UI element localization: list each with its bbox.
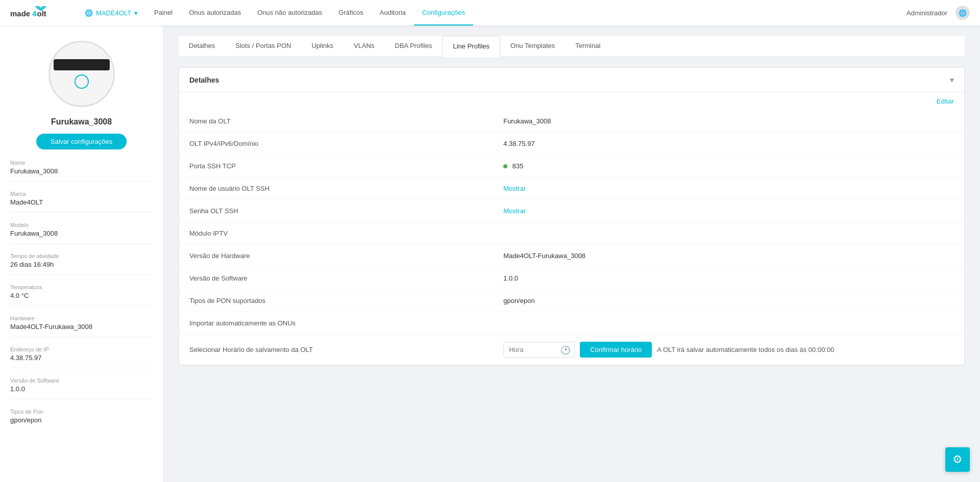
field-label-marca: Marca: [10, 191, 153, 197]
sidebar-field-temperatura: Temperatura 4.0 °C: [10, 284, 153, 306]
sidebar-field-endereco-ip: Endereço de IP 4.38.75.97: [10, 346, 153, 368]
row-value-versao-software: 1.0.0: [493, 267, 964, 290]
hora-input[interactable]: [503, 342, 575, 358]
mostrar-usuario-link[interactable]: Mostrar: [503, 185, 526, 192]
sidebar-field-marca: Marca Made4OLT: [10, 191, 153, 213]
field-value-modelo: Furukawa_3008: [10, 230, 153, 237]
table-row: Tipos de PON suportados gpon/epon: [179, 290, 964, 312]
nav-right: Administrador 🌐: [906, 6, 970, 20]
brand-label: MADE4OLT: [96, 9, 131, 17]
sidebar-fields: Nome Furukawa_3008 Marca Made4OLT Modelo…: [0, 160, 163, 439]
nav-auditoria[interactable]: Auditoria: [372, 0, 414, 26]
details-card: Detalhes ▾ Editar Nome da OLT Furukawa_3…: [179, 67, 965, 365]
status-dot-green: [503, 164, 507, 168]
tab-slots-portas-pon[interactable]: Slots / Portas PON: [225, 36, 301, 57]
field-label-temperatura: Temperatura: [10, 284, 153, 290]
nav-onus-nao-autorizadas[interactable]: Onus não autorizadas: [249, 0, 330, 26]
row-label-importar-onus: Importar automaticamente as ONUs: [179, 312, 493, 335]
table-row: Versão de Software 1.0.0: [179, 267, 964, 290]
details-table: Nome da OLT Furukawa_3008 OLT IPv4/IPv6/…: [179, 110, 964, 365]
row-value-versao-hardware: Made4OLT-Furukawa_3008: [493, 245, 964, 267]
row-label-porta-ssh: Porta SSH TCP: [179, 155, 493, 177]
logo: made 4 olt: [10, 4, 61, 22]
admin-label: Administrador: [906, 9, 947, 17]
time-input-wrap: 🕐 Confirmar horário A OLT irá salvar aut…: [503, 342, 954, 358]
auto-save-info: A OLT irá salvar automaticamente todos o…: [657, 346, 834, 353]
sidebar-field-tipos-pon: Tipos de Pon gpon/epon: [10, 409, 153, 430]
tab-onu-templates[interactable]: Onu Templates: [500, 36, 565, 57]
field-value-tempo-atividade: 26 dias 16:49h: [10, 261, 153, 268]
field-value-endereco-ip: 4.38.75.97: [10, 354, 153, 362]
navbar: made 4 olt 🌐 MADE4OLT ▾ Painel Onus auto…: [0, 0, 980, 26]
tab-line-profiles[interactable]: Line Profiles: [442, 36, 500, 57]
table-row: Módulo IPTV: [179, 222, 964, 245]
row-value-importar-onus: [493, 312, 964, 335]
row-label-tipos-pon: Tipos de PON suportados: [179, 290, 493, 312]
field-label-endereco-ip: Endereço de IP: [10, 346, 153, 352]
device-illustration-bar: [54, 59, 110, 70]
svg-text:4: 4: [32, 9, 37, 18]
settings-fab[interactable]: ⚙: [945, 447, 970, 472]
tab-vlans[interactable]: VLANs: [344, 36, 384, 57]
table-row: Selecionar Horário de salvamento da OLT …: [179, 335, 964, 365]
row-label-horario-salvamento: Selecionar Horário de salvamento da OLT: [179, 335, 493, 365]
avatar-wrap: [0, 26, 163, 112]
sidebar-field-modelo: Modelo Furukawa_3008: [10, 222, 153, 244]
row-value-horario-salvamento: 🕐 Confirmar horário A OLT irá salvar aut…: [493, 335, 964, 365]
table-row: Importar automaticamente as ONUs: [179, 312, 964, 335]
nav-onus-autorizadas[interactable]: Onus autorizadas: [181, 0, 249, 26]
table-row: Porta SSH TCP 835: [179, 155, 964, 177]
tab-detalhes[interactable]: Detalhes: [179, 36, 225, 57]
row-label-senha-ssh: Senha OLT SSH: [179, 200, 493, 222]
row-label-nome-olt: Nome da OLT: [179, 110, 493, 133]
tab-uplinks[interactable]: Uplinks: [301, 36, 344, 57]
language-button[interactable]: 🌐: [955, 6, 970, 20]
nav-painel[interactable]: Painel: [146, 0, 181, 26]
avatar: [48, 41, 115, 107]
details-header[interactable]: Detalhes ▾: [179, 68, 964, 92]
nav-configuracoes[interactable]: Configurações: [414, 0, 473, 26]
brand-chevron: ▾: [134, 9, 138, 17]
row-value-modulo-iptv: [493, 222, 964, 245]
chevron-down-icon: ▾: [950, 75, 954, 85]
save-config-button[interactable]: Salvar configurações: [36, 134, 127, 149]
brand-selector[interactable]: 🌐 MADE4OLT ▾: [77, 9, 146, 17]
edit-link[interactable]: Editar: [179, 92, 964, 110]
table-row: Nome de usuário OLT SSH Mostrar: [179, 177, 964, 200]
device-illustration-dot: [75, 74, 89, 89]
sidebar-field-versao-software: Versão de Software 1.0.0: [10, 377, 153, 399]
time-input-box: 🕐: [503, 342, 575, 358]
row-label-usuario-ssh: Nome de usuário OLT SSH: [179, 177, 493, 200]
svg-text:made: made: [10, 9, 30, 18]
sidebar-field-nome: Nome Furukawa_3008: [10, 160, 153, 182]
nav-links: Painel Onus autorizadas Onus não autoriz…: [146, 0, 906, 26]
row-label-versao-hardware: Versão de Hardware: [179, 245, 493, 267]
field-value-tipos-pon: gpon/epon: [10, 416, 153, 424]
mostrar-senha-link[interactable]: Mostrar: [503, 207, 526, 215]
tab-dba-profiles[interactable]: DBA Profiles: [385, 36, 443, 57]
field-label-modelo: Modelo: [10, 222, 153, 228]
field-label-nome: Nome: [10, 160, 153, 166]
table-row: Nome da OLT Furukawa_3008: [179, 110, 964, 133]
globe-icon: 🌐: [85, 9, 93, 17]
table-row: Senha OLT SSH Mostrar: [179, 200, 964, 222]
table-row: Versão de Hardware Made4OLT-Furukawa_300…: [179, 245, 964, 267]
tab-terminal[interactable]: Terminal: [565, 36, 610, 57]
field-value-marca: Made4OLT: [10, 198, 153, 206]
table-row: OLT IPv4/IPv6/Domínio 4.38.75.97: [179, 133, 964, 155]
row-label-olt-ip: OLT IPv4/IPv6/Domínio: [179, 133, 493, 155]
sidebar-field-tempo-atividade: Tempo de atividade 26 dias 16:49h: [10, 253, 153, 275]
field-value-nome: Furukawa_3008: [10, 167, 153, 175]
row-label-versao-software: Versão de Software: [179, 267, 493, 290]
field-value-temperatura: 4.0 °C: [10, 292, 153, 299]
field-label-tipos-pon: Tipos de Pon: [10, 409, 153, 415]
field-value-versao-software: 1.0.0: [10, 385, 153, 393]
row-value-senha-ssh: Mostrar: [493, 200, 964, 222]
row-value-tipos-pon: gpon/epon: [493, 290, 964, 312]
globe-icon-right: 🌐: [959, 9, 967, 17]
confirm-horario-button[interactable]: Confirmar horário: [580, 342, 652, 358]
nav-graficos[interactable]: Gráficos: [330, 0, 371, 26]
row-label-modulo-iptv: Módulo IPTV: [179, 222, 493, 245]
sidebar-field-hardware: Hardware Made4OLT-Furukawa_3008: [10, 315, 153, 337]
tabs-bar: Detalhes Slots / Portas PON Uplinks VLAN…: [179, 36, 965, 57]
